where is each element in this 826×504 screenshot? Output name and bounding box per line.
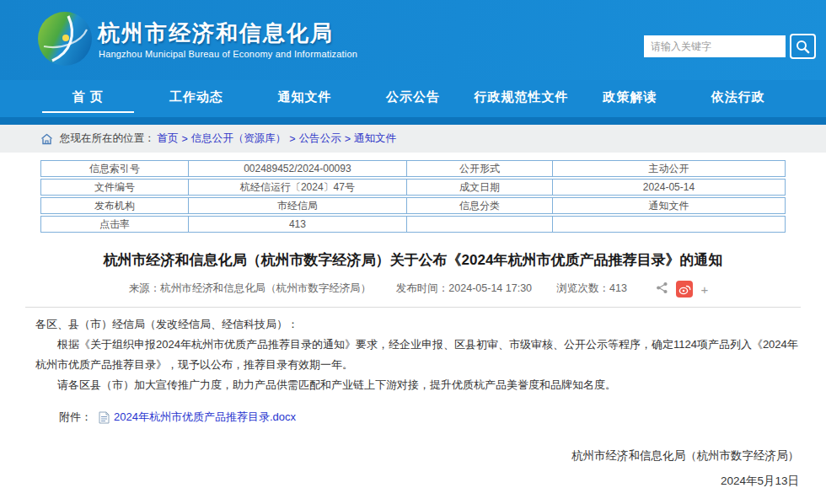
site-title: 杭州市经济和信息化局 [98, 19, 334, 48]
site-subtitle: Hangzhou Municipal Bureau of Economy and… [99, 49, 357, 59]
breadcrumb-link-home[interactable]: 首页 [158, 131, 179, 146]
paragraph-salutation: 各区、县（市）经信局（发改经信局、经信科技局）： [35, 314, 801, 335]
nav-item-notices[interactable]: 通知文件 [250, 80, 359, 117]
more-share-icon[interactable]: + [700, 283, 708, 296]
table-row: 信息索引号 002489452/2024-00093 公开形式 主动公开 [40, 160, 786, 177]
issue-date-value: 2024-05-14 [552, 180, 785, 195]
article-title: 杭州市经济和信息化局（杭州市数字经济局）关于公布《2024年杭州市优质产品推荐目… [34, 250, 792, 271]
breadcrumb-link-info-disclosure[interactable]: 信息公开（资源库） [191, 131, 287, 146]
table-row: 点击率 413 [40, 216, 786, 233]
click-rate-value: 413 [188, 217, 406, 232]
info-index-value: 002489452/2024-00093 [188, 161, 406, 176]
search-input[interactable] [644, 35, 786, 57]
article-body: 各区、县（市）经信局（发改经信局、经信科技局）： 根据《关于组织申报2024年杭… [0, 308, 826, 395]
search-icon [796, 40, 810, 54]
signature-block: 杭州市经济和信息化局（杭州市数字经济局） 2024年5月13日 [0, 443, 826, 494]
home-icon[interactable] [40, 133, 53, 145]
table-row: 发布机构 市经信局 信息分类 通知文件 [40, 197, 786, 214]
click-rate-label: 点击率 [41, 217, 188, 232]
nav-item-law-based-admin[interactable]: 依法行政 [684, 80, 792, 117]
publisher-value: 市经信局 [188, 198, 406, 213]
paragraph-main: 根据《关于组织申报2024年杭州市优质产品推荐目录的通知》要求，经企业申报、区县… [35, 335, 801, 375]
attachment-link[interactable]: 2024年杭州市优质产品推荐目录.docx [114, 410, 296, 425]
nav-bottom-strip [0, 117, 826, 125]
weibo-share-icon[interactable] [676, 281, 693, 298]
share-toolbar: + [656, 281, 708, 298]
article-meta: 来源：杭州市经济和信息化局（杭州市数字经济局） 发布时间：2024-05-14 … [25, 281, 801, 308]
doc-number-value: 杭经信运行〔2024〕47号 [188, 180, 406, 195]
breadcrumb-separator: > [345, 133, 351, 145]
paragraph-closing: 请各区县（市）加大宣传推广力度，助力产品供需匹配和产业链上下游对接，提升优质杭产… [35, 375, 801, 395]
info-category-label: 信息分类 [406, 198, 552, 213]
document-icon [99, 411, 110, 424]
disclosure-form-value: 主动公开 [552, 161, 785, 176]
info-index-label: 信息索引号 [41, 161, 188, 176]
site-search [644, 34, 816, 59]
share-icon[interactable] [656, 281, 668, 297]
breadcrumb-link-notices[interactable]: 通知文件 [354, 131, 396, 146]
document-info-table: 信息索引号 002489452/2024-00093 公开形式 主动公开 文件编… [40, 160, 786, 233]
breadcrumb-separator: > [289, 133, 295, 145]
empty-label [406, 217, 552, 232]
signature-org: 杭州市经济和信息化局（杭州市数字经济局） [0, 443, 799, 469]
info-category-value: 通知文件 [552, 198, 785, 213]
breadcrumb-link-announcements[interactable]: 公告公示 [299, 131, 341, 146]
main-nav: 首 页 工作动态 通知文件 公示公告 行政规范性文件 政策解读 依法行政 [0, 80, 826, 117]
publisher-label: 发布机构 [41, 198, 188, 213]
site-header: 杭州市经济和信息化局 Hangzhou Municipal Bureau of … [0, 0, 826, 80]
nav-item-home[interactable]: 首 页 [34, 80, 142, 117]
nav-item-regulatory-docs[interactable]: 行政规范性文件 [467, 80, 576, 117]
doc-number-label: 文件编号 [41, 180, 188, 195]
breadcrumb: 您现在所在的位置： 首页 > 信息公开（资源库） > 公告公示 > 通知文件 [0, 125, 826, 153]
issue-date-label: 成文日期 [406, 180, 552, 195]
search-button[interactable] [790, 34, 816, 59]
article-publish-time: 发布时间：2024-05-14 17:30 [396, 282, 532, 294]
breadcrumb-prefix: 您现在所在的位置： [60, 131, 155, 146]
signature-date: 2024年5月13日 [0, 469, 799, 494]
disclosure-form-label: 公开形式 [406, 161, 552, 176]
empty-value [552, 217, 785, 232]
attachment-row: 附件： 2024年杭州市优质产品推荐目录.docx [59, 410, 826, 425]
attachment-label: 附件： [59, 410, 92, 425]
bureau-logo-icon [37, 11, 93, 67]
breadcrumb-separator: > [182, 133, 188, 145]
table-row: 文件编号 杭经信运行〔2024〕47号 成文日期 2024-05-14 [40, 179, 786, 196]
article-view-count: 浏览次数：413 [557, 282, 627, 294]
nav-item-work-news[interactable]: 工作动态 [142, 80, 251, 117]
nav-item-announcements[interactable]: 公示公告 [359, 80, 468, 117]
nav-item-policy-interpretation[interactable]: 政策解读 [576, 80, 684, 117]
article-source: 来源：杭州市经济和信息化局（杭州市数字经济局） [129, 282, 372, 294]
